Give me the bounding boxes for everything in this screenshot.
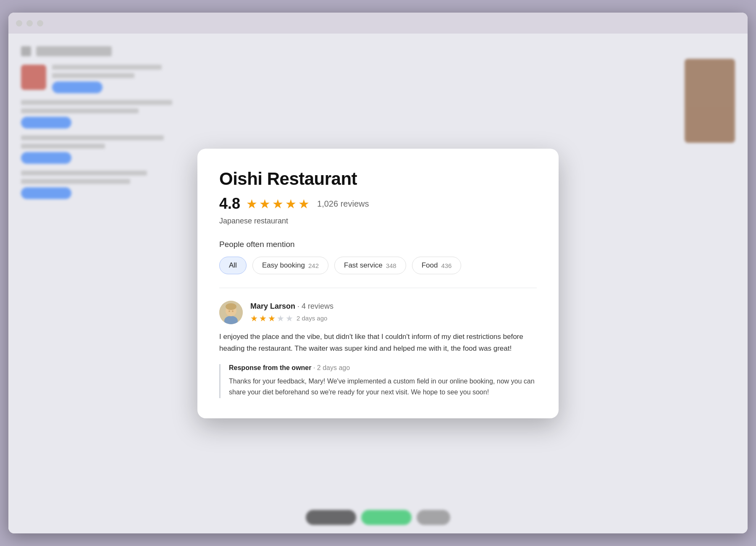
review-time: 2 days ago — [297, 315, 327, 322]
rating-row: 4.8 ★ ★ ★ ★ ★ 1,026 reviews — [219, 195, 537, 213]
svg-point-3 — [226, 303, 236, 310]
filter-all[interactable]: All — [219, 257, 247, 274]
restaurant-name: Oishi Restaurant — [219, 169, 537, 189]
filter-food[interactable]: Food 436 — [412, 257, 462, 274]
star-2: ★ — [259, 197, 270, 211]
browser-window: Oishi Restaurant 4.8 ★ ★ ★ ★ ★ 1,026 rev… — [8, 13, 748, 533]
filter-pills: All Easy booking 242 Fast service 348 Fo… — [219, 257, 537, 274]
owner-response-header: Response from the owner · 2 days ago — [229, 364, 537, 372]
reviewer-info: Mary Larson · 4 reviews ★ ★ ★ ★ ★ — [250, 302, 537, 323]
filter-food-count: 436 — [441, 262, 452, 269]
reviewer-avatar — [219, 301, 243, 324]
owner-response-time: · 2 days ago — [313, 364, 350, 371]
reviews-count: 1,026 reviews — [317, 199, 369, 209]
reviewer-meta: · 4 reviews — [297, 302, 333, 310]
rating-number: 4.8 — [219, 195, 240, 213]
filter-fast-service-count: 348 — [386, 262, 396, 269]
modal-overlay: Oishi Restaurant 4.8 ★ ★ ★ ★ ★ 1,026 rev… — [8, 34, 748, 533]
star-1: ★ — [246, 197, 257, 211]
star-4: ★ — [285, 197, 297, 211]
restaurant-type: Japanese restaurant — [219, 217, 537, 226]
browser-titlebar — [8, 13, 748, 34]
traffic-light-green[interactable] — [37, 20, 43, 26]
traffic-light-red[interactable] — [16, 20, 22, 26]
filter-fast-service-label: Fast service — [344, 261, 383, 270]
svg-point-4 — [228, 310, 230, 312]
review-star-1: ★ — [250, 313, 258, 323]
star-3: ★ — [272, 197, 284, 211]
traffic-light-yellow[interactable] — [26, 20, 33, 26]
review-stars: ★ ★ ★ ★ ★ — [250, 313, 293, 323]
filter-easy-booking-label: Easy booking — [262, 261, 305, 270]
owner-response: Response from the owner · 2 days ago Tha… — [219, 364, 537, 398]
filter-food-label: Food — [422, 261, 438, 270]
star-5: ★ — [298, 197, 310, 211]
filter-all-label: All — [229, 261, 237, 270]
mention-title: People often mention — [219, 240, 537, 249]
owner-response-text: Thanks for your feedback, Mary! We've im… — [229, 376, 537, 398]
reviewer-name: Mary Larson — [250, 302, 295, 310]
review-star-3: ★ — [268, 313, 276, 323]
filter-easy-booking-count: 242 — [308, 262, 319, 269]
review-star-2: ★ — [259, 313, 267, 323]
restaurant-modal: Oishi Restaurant 4.8 ★ ★ ★ ★ ★ 1,026 rev… — [197, 149, 559, 418]
review-star-4: ★ — [277, 313, 284, 323]
filter-fast-service[interactable]: Fast service 348 — [334, 257, 406, 274]
review-item: Mary Larson · 4 reviews ★ ★ ★ ★ ★ — [219, 301, 537, 398]
svg-point-5 — [232, 310, 234, 312]
review-text: I enjoyed the place and the vibe, but di… — [219, 331, 537, 354]
reviewer-name-line: Mary Larson · 4 reviews — [250, 302, 537, 311]
browser-content: Oishi Restaurant 4.8 ★ ★ ★ ★ ★ 1,026 rev… — [8, 34, 748, 533]
section-divider — [219, 288, 537, 288]
review-star-5: ★ — [286, 313, 293, 323]
filter-easy-booking[interactable]: Easy booking 242 — [252, 257, 328, 274]
reviewer-rating-row: ★ ★ ★ ★ ★ 2 days ago — [250, 313, 537, 323]
review-header: Mary Larson · 4 reviews ★ ★ ★ ★ ★ — [219, 301, 537, 324]
rating-stars: ★ ★ ★ ★ ★ — [246, 197, 310, 211]
owner-name: Response from the owner — [229, 364, 311, 371]
